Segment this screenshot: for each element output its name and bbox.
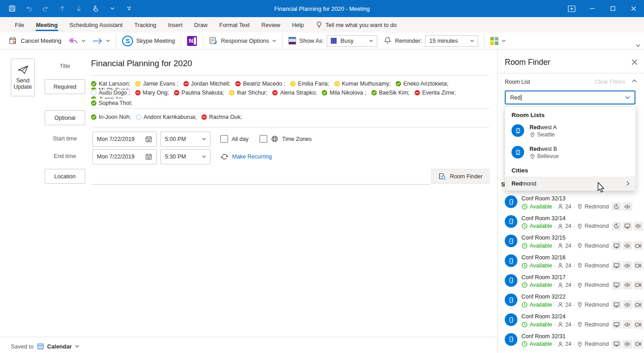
reminder-dropdown[interactable]: 15 minutes (425, 35, 478, 47)
attendee[interactable]: Jordan Mitchell; (183, 81, 231, 87)
ribbon-tab[interactable]: Review (256, 17, 286, 32)
room-list-search-input[interactable]: Red (505, 91, 635, 104)
reply-button[interactable] (64, 34, 89, 48)
optional-attendees-field[interactable]: In-Joon Noh;Andoni Karrikaburua;Rachna O… (91, 113, 489, 122)
attendee-status-icon (135, 81, 141, 86)
cancel-meeting-button[interactable]: Cancel Meeting (5, 34, 64, 48)
attendee[interactable]: Kumar Muthusamy; (334, 81, 391, 87)
saved-to-bar: Saved to Calendar (11, 340, 79, 353)
location-pin-icon (577, 282, 583, 288)
room-list-item[interactable]: Conf Room 32/13 Available 24 Redmond (505, 195, 642, 214)
ribbon-tab[interactable]: Scheduling Assistant (64, 17, 128, 32)
room-list-option[interactable]: Redwest A Seattle (505, 120, 635, 141)
attendee[interactable]: Sophea Thol; (91, 100, 132, 106)
room-list-item[interactable]: Conf Room 32/22 Available 24 Redmond (505, 293, 642, 312)
attendee[interactable]: Rachna Ouk; (201, 114, 242, 120)
room-finder-icon (438, 172, 446, 181)
ribbon-tab[interactable]: Draw (188, 17, 214, 32)
attendee[interactable]: Paulina Shakuta; (174, 90, 224, 96)
ribbon-tab[interactable]: File (9, 17, 30, 32)
attendee-status-icon (91, 100, 96, 106)
forward-button[interactable] (89, 34, 113, 48)
close-panel-icon[interactable] (631, 59, 638, 65)
title-field[interactable]: Financial Planning for 2020 (91, 59, 192, 68)
start-date-picker[interactable]: Mon 7/22/2019 (92, 131, 157, 147)
calendar-picker-icon[interactable] (145, 153, 152, 160)
touch-mouse-mode-icon[interactable] (91, 5, 100, 13)
required-button[interactable]: Required (45, 79, 85, 94)
attendee-name: Audu Dogo ; (99, 90, 130, 96)
meeting-notes-button[interactable]: N (184, 34, 200, 48)
make-recurring-link[interactable]: Make Recurring (220, 153, 272, 161)
attendee[interactable]: Ji-min An; (91, 96, 123, 99)
end-date-picker[interactable]: Mon 7/22/2019 (92, 149, 157, 164)
ribbon-tab[interactable]: Insert (162, 17, 188, 32)
room-list-item[interactable]: Conf Room 32/17 Available 24 Redmond (505, 273, 642, 293)
room-list-item[interactable]: Conf Room 32/15 Available 24 Redmond (505, 234, 642, 253)
minimize-icon[interactable] (582, 0, 603, 17)
room-availability: Available (530, 262, 552, 270)
attendee[interactable]: Alena Strapko; (272, 90, 317, 96)
required-attendees-field[interactable]: Kat Larsson;Jamie Evans ;Jordan Mitchell… (91, 81, 489, 108)
categorize-button[interactable] (487, 34, 509, 48)
save-icon[interactable] (8, 5, 16, 13)
attendee[interactable]: Beatriz Macedo ; (235, 81, 285, 87)
end-time-label: End time (45, 153, 85, 159)
location-button[interactable]: Location (45, 169, 85, 184)
attendee[interactable]: BaeSik Kim; (371, 90, 410, 96)
attendee[interactable]: In-Joon Noh; (91, 114, 131, 120)
send-update-button[interactable]: SendUpdate (11, 59, 35, 96)
ribbon-tab[interactable]: Meeting (30, 17, 64, 32)
attendee[interactable]: Eneko Ariztokieta; (396, 81, 448, 87)
room-finder-button[interactable]: Room Finder (431, 169, 489, 184)
calendar-picker-icon[interactable] (145, 136, 152, 143)
customize-quick-access-toolbar-icon[interactable] (125, 5, 133, 13)
attendee-name: Kumar Muthusamy; (342, 81, 391, 87)
collapse-section-icon[interactable] (632, 79, 637, 82)
response-options-button[interactable]: Response Options (206, 34, 279, 48)
room-list-item[interactable]: Conf Room 32/24 Available 24 Redmond (505, 312, 642, 332)
room-list-item[interactable]: Conf Room 32/14 Available 24 Redmond (505, 214, 642, 234)
maximize-icon[interactable] (603, 0, 623, 17)
attendee[interactable]: Kat Larsson; (91, 81, 130, 87)
forward-dropdown-icon[interactable] (106, 40, 110, 42)
room-list-option[interactable]: Redwest B Bellevue (505, 141, 635, 163)
end-time-dropdown[interactable]: 5:30 PM (160, 149, 210, 164)
ribbon-tab[interactable]: Tracking (128, 17, 162, 32)
touch-mode-dropdown-icon[interactable] (108, 5, 116, 13)
attendee-name: In-Joon Noh; (99, 114, 131, 120)
skype-meeting-button[interactable]: S Skype Meeting (119, 34, 178, 48)
categorize-icon (490, 37, 498, 45)
search-chevron-icon[interactable] (625, 96, 630, 99)
location-input[interactable] (92, 184, 430, 185)
city-option[interactable]: Redmond (505, 176, 635, 190)
cancel-meeting-icon (9, 36, 18, 45)
start-time-dropdown[interactable]: 5:00 PM (160, 131, 210, 147)
attendee[interactable]: Audu Dogo ; (91, 90, 130, 96)
show-as-dropdown[interactable]: Busy (327, 35, 377, 47)
room-name: Conf Room 32/17 (521, 274, 643, 281)
time-zones-checkbox[interactable] (260, 135, 267, 143)
collapse-ribbon-icon[interactable] (636, 44, 640, 47)
attendee[interactable]: Mary Ong; (135, 90, 169, 96)
room-list-item[interactable]: Conf Room 32/31 Available 24 Redmond (505, 332, 642, 352)
saved-calendar-chevron-icon[interactable] (75, 345, 79, 348)
room-availability: Available (530, 321, 552, 329)
ribbon-tab[interactable]: Format Text (214, 17, 256, 32)
room-list-item[interactable]: Conf Room 32/16 Available 24 Redmond (505, 253, 642, 273)
ribbon-tab[interactable]: Help (286, 17, 310, 32)
clear-filters-button[interactable]: Clear Filters (595, 79, 625, 85)
attendee[interactable]: Mila Nikolova ; (322, 90, 366, 96)
attendee[interactable]: Jamie Evans ; (135, 81, 178, 87)
tell-me-box[interactable]: Tell me what you want to do (316, 17, 397, 32)
reply-dropdown-icon[interactable] (82, 40, 86, 42)
ribbon-display-options-icon[interactable] (561, 0, 582, 17)
attendee[interactable]: Ihar Shchur; (229, 90, 267, 96)
saved-calendar-name[interactable]: Calendar (47, 343, 72, 350)
optional-button[interactable]: Optional (45, 110, 85, 125)
close-icon[interactable] (623, 0, 644, 17)
attendee[interactable]: Andoni Karrikaburua; (136, 114, 196, 120)
all-day-checkbox[interactable] (220, 135, 228, 143)
attendee[interactable]: Everita Zirne; (415, 90, 456, 96)
attendee[interactable]: Emilia Faria; (290, 81, 329, 87)
